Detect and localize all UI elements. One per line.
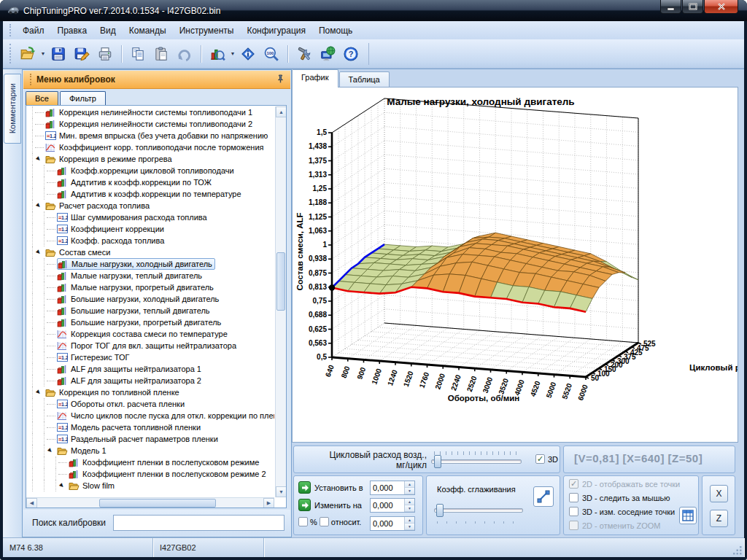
resize-grip-icon[interactable]	[733, 546, 743, 556]
tree-item[interactable]: =1.2Мин. время впрыска (без учета добавк…	[26, 130, 274, 141]
tree-item[interactable]: =1.2Обороты откл. расчета пленки	[26, 398, 274, 410]
change-by-value[interactable]	[371, 499, 404, 512]
open-folder-button[interactable]	[18, 44, 38, 64]
menu-item[interactable]: Правка	[51, 23, 94, 38]
comments-vertical-tab[interactable]: Комментарии	[4, 74, 21, 144]
tree-item[interactable]: Коррекция нелинейности системы топливопо…	[26, 106, 274, 118]
tree-item[interactable]: Коэффициент пленки в послепусковом режим…	[26, 456, 274, 468]
menu-item[interactable]: Помощь	[312, 23, 359, 38]
axis-z-button[interactable]: Z	[710, 510, 728, 527]
smoothing-apply-button[interactable]	[533, 486, 554, 507]
airflow-slider-thumb[interactable]	[434, 455, 441, 468]
tree-item[interactable]: =1.2Коэфф. расхода топлива	[26, 235, 274, 246]
copy-button[interactable]	[128, 44, 148, 64]
tree-item[interactable]: Малые нагрузки, прогретый двигатель	[26, 281, 274, 293]
toolbar-grip[interactable]	[9, 44, 12, 63]
tree-folder[interactable]: ▶Slow film	[26, 480, 274, 491]
scroll-left-icon[interactable]: ◀	[26, 498, 37, 508]
tree-item[interactable]: =1.2Коэффициент коррекции	[26, 223, 274, 235]
scroll-right-icon[interactable]: ▶	[263, 498, 274, 508]
title-bar[interactable]: ChipTuningPRO ver.7.2014.0.1534 - I427GB…	[0, 0, 747, 21]
save-button[interactable]	[48, 44, 69, 64]
expander-icon[interactable]: ▶	[35, 155, 42, 162]
tree-item[interactable]: ALF для защиты нейтрализатора 1	[26, 363, 274, 375]
tree-item[interactable]: Большие нагрузки, холодный двигатель	[26, 293, 274, 305]
pin-icon[interactable]	[276, 73, 285, 86]
menu-grip[interactable]	[9, 24, 12, 37]
info-diamond-button[interactable]	[238, 44, 258, 64]
save-edit-button[interactable]	[71, 44, 92, 64]
airflow-slider[interactable]	[431, 459, 522, 464]
tree-item[interactable]: =1.2Раздельный расчет параметров пленки	[26, 433, 274, 445]
smoothing-slider[interactable]	[434, 508, 523, 513]
scroll-down-icon[interactable]: ▼	[276, 486, 287, 497]
tab-filter[interactable]: Фильтр	[60, 91, 106, 105]
paste-button[interactable]	[151, 44, 171, 64]
help-button[interactable]: ?	[341, 44, 361, 64]
tree-item[interactable]: =1.2Модель расчета топливной пленки	[26, 421, 274, 433]
expander-icon[interactable]: ▶	[35, 249, 42, 255]
tree-hscroll-thumb[interactable]	[99, 499, 216, 508]
menu-item[interactable]: Команды	[123, 23, 173, 38]
option-checkbox[interactable]	[569, 507, 578, 516]
edit-adjacent-grid-button[interactable]	[679, 507, 697, 524]
tree-item[interactable]: Число циклов после пуска для откл. корре…	[26, 410, 274, 421]
tree-folder[interactable]: ▶Модель 1	[26, 445, 274, 456]
tree-item[interactable]: Малые нагрузки, холодный двигатель	[26, 258, 274, 270]
tree-horizontal-scrollbar[interactable]: ◀ ▶	[26, 497, 274, 508]
expander-icon[interactable]: ▶	[35, 389, 42, 395]
minimize-button[interactable]	[660, 0, 681, 14]
tab-table[interactable]: Таблица	[339, 71, 390, 88]
tree-item[interactable]: Большие нагрузки, теплый двигатель	[26, 305, 274, 316]
set-in-value[interactable]	[371, 481, 404, 494]
tree-folder[interactable]: ▶Расчет расхода топлива	[26, 200, 274, 211]
relative-spin-buttons[interactable]: ▲▼	[404, 517, 414, 530]
option-checkbox[interactable]	[569, 493, 578, 502]
tree-folder[interactable]: ▶Коррекция по топливной пленке	[26, 386, 274, 398]
apply-set-button[interactable]	[298, 481, 311, 494]
tree-item[interactable]: Коэффициент корр. топливоподачи после то…	[26, 141, 274, 153]
tree-item[interactable]: Малые нагрузки, теплый двигатель	[26, 270, 274, 281]
expander-icon[interactable]: ▶	[47, 447, 53, 454]
apply-change-button[interactable]	[298, 499, 311, 511]
tree-item[interactable]: =1.2Шаг суммирования расхода топлива	[26, 211, 274, 223]
dropdown-arrow-icon[interactable]: ▼	[229, 51, 236, 56]
relative-value[interactable]	[371, 517, 404, 530]
tree-item[interactable]: Коррекция нелинейности системы топливопо…	[26, 118, 274, 130]
smoothing-slider-thumb[interactable]	[436, 504, 444, 517]
set-in-spin-buttons[interactable]: ▲▼	[404, 481, 414, 494]
tree-vertical-scrollbar[interactable]: ▲ ▼	[275, 106, 286, 497]
tree-vscroll-thumb[interactable]	[276, 252, 285, 311]
close-button[interactable]	[704, 0, 738, 14]
internet-update-button[interactable]	[317, 44, 338, 64]
tree-item[interactable]: Коэффициент пленки в послепусковом режим…	[26, 468, 274, 480]
tree-item[interactable]: Порог ТОГ для вкл. защиты нейтрализатора	[26, 340, 274, 351]
chart-view-button[interactable]	[207, 44, 228, 64]
tree-item[interactable]: =1.2Гистерезис ТОГ	[26, 351, 274, 363]
tree-item[interactable]: Аддтитив к коэфф.коррекции по ТОЖ	[26, 176, 274, 188]
tree-item[interactable]: Большие нагрузки, прогретый двигатель	[26, 316, 274, 328]
tab-all[interactable]: Все	[26, 91, 58, 105]
tree-item[interactable]: Коэфф.коррекции цикловой топливоподачи	[26, 165, 274, 176]
expander-icon[interactable]: ▶	[35, 202, 42, 209]
dropdown-arrow-icon[interactable]: ▼	[39, 51, 47, 56]
tree-item[interactable]: ALF для защиты нейтрализатора 2	[26, 375, 274, 386]
tree-folder[interactable]: ▶Коррекция в режиме прогрева	[26, 153, 274, 165]
search-input[interactable]	[113, 515, 285, 531]
menu-item[interactable]: Инструменты	[173, 23, 241, 38]
print-button[interactable]	[95, 44, 115, 64]
tab-graph[interactable]: График	[292, 69, 338, 88]
tools-button[interactable]	[294, 44, 314, 64]
surface-3d-chart[interactable]: 1,51,4381,3751,3131,251,1881,1251,06310,…	[293, 88, 738, 442]
tree-item[interactable]: Коррекция состава смеси по температуре	[26, 328, 274, 340]
checkbox-3d[interactable]	[535, 454, 545, 464]
menu-item[interactable]: Конфигурация	[240, 23, 312, 38]
tree-folder[interactable]: ▶Состав смеси	[26, 246, 274, 258]
expander-icon[interactable]: ▶	[58, 482, 65, 489]
change-by-spin-buttons[interactable]: ▲▼	[404, 499, 414, 512]
zoom-100-button[interactable]: 100	[261, 44, 282, 64]
axis-x-button[interactable]: X	[710, 485, 728, 502]
undo-button[interactable]	[174, 44, 195, 64]
tree-item[interactable]: Аддтитив к коэфф.коррекции по температур…	[26, 188, 274, 200]
menu-item[interactable]: Вид	[93, 23, 123, 38]
